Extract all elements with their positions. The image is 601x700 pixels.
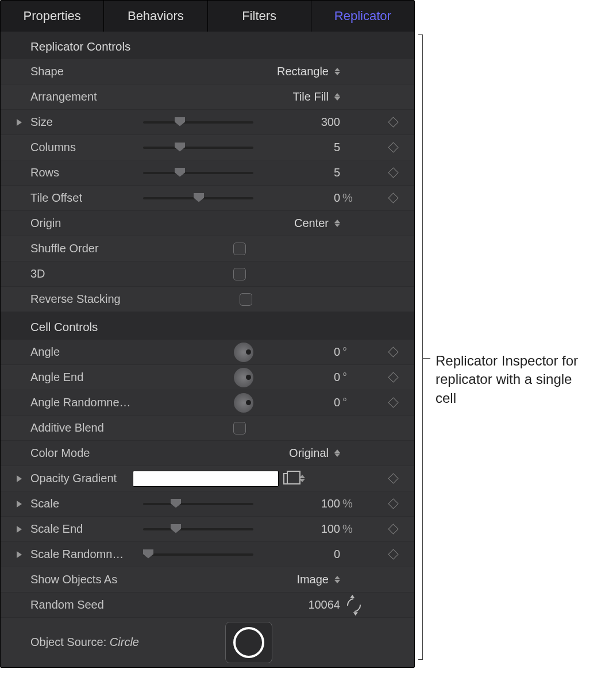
additive-checkbox[interactable] <box>233 422 246 434</box>
angle-rand-label: Angle Randomne… <box>30 396 133 409</box>
regenerate-icon[interactable] <box>344 595 364 615</box>
scale-rand-label: Scale Randomn… <box>30 548 133 561</box>
random-seed-value[interactable]: 10064 <box>308 598 340 611</box>
keyframe-icon[interactable] <box>388 549 398 559</box>
disclosure-icon[interactable] <box>17 551 22 558</box>
scale-end-slider[interactable] <box>143 528 253 530</box>
keyframe-icon[interactable] <box>388 524 398 534</box>
angle-rand-dial[interactable] <box>234 393 253 413</box>
angle-row: Angle 0 ° <box>1 340 414 365</box>
keyframe-icon[interactable] <box>388 473 398 483</box>
show-as-popup[interactable]: Image <box>296 573 340 586</box>
stepper-icon <box>334 220 340 227</box>
rows-value[interactable]: 5 <box>334 166 340 179</box>
stepper-icon <box>334 93 340 101</box>
disclosure-icon[interactable] <box>17 475 22 482</box>
tab-behaviors[interactable]: Behaviors <box>104 1 207 32</box>
inspector-panel: Properties Behaviors Filters Replicator … <box>0 0 415 668</box>
shuffle-checkbox[interactable] <box>233 243 246 255</box>
shuffle-label: Shuffle Order <box>30 242 133 255</box>
tile-offset-slider[interactable] <box>143 197 253 199</box>
keyframe-icon[interactable] <box>388 372 398 382</box>
origin-label: Origin <box>30 217 133 230</box>
scale-end-row: Scale End 100 % <box>1 517 414 542</box>
keyframe-icon[interactable] <box>388 117 398 127</box>
size-slider[interactable] <box>143 121 253 124</box>
angle-end-row: Angle End 0 ° <box>1 365 414 390</box>
tile-offset-value[interactable]: 0 <box>334 191 340 205</box>
angle-end-unit: ° <box>342 371 362 384</box>
columns-row: Columns 5 <box>1 135 414 160</box>
circle-icon <box>233 627 264 658</box>
rows-label: Rows <box>30 166 133 179</box>
cell-controls-header: Cell Controls <box>1 317 414 340</box>
disclosure-icon[interactable] <box>17 501 22 507</box>
tab-bar: Properties Behaviors Filters Replicator <box>1 1 414 32</box>
keyframe-icon[interactable] <box>388 167 398 178</box>
columns-value[interactable]: 5 <box>334 141 340 154</box>
keyframe-icon[interactable] <box>388 498 398 509</box>
size-label: Size <box>30 116 133 129</box>
stepper-icon <box>334 68 340 75</box>
arrangement-row: Arrangement Tile Fill <box>1 84 414 110</box>
scale-slider[interactable] <box>143 503 253 505</box>
angle-end-dial[interactable] <box>234 368 253 387</box>
angle-value[interactable]: 0 <box>334 345 340 359</box>
keyframe-icon[interactable] <box>388 347 398 357</box>
rows-slider[interactable] <box>143 172 253 174</box>
angle-end-value[interactable]: 0 <box>334 371 340 384</box>
columns-label: Columns <box>30 141 133 154</box>
angle-dial[interactable] <box>234 343 253 362</box>
keyframe-icon[interactable] <box>388 397 398 407</box>
opacity-gradient-swatch[interactable] <box>133 471 279 487</box>
keyframe-icon[interactable] <box>388 142 398 152</box>
color-mode-popup[interactable]: Original <box>289 447 340 460</box>
keyframe-icon[interactable] <box>388 193 398 203</box>
arrangement-label: Arrangement <box>30 90 133 103</box>
tab-replicator[interactable]: Replicator <box>311 1 414 32</box>
reverse-label: Reverse Stacking <box>30 293 145 306</box>
rows-row: Rows 5 <box>1 160 414 186</box>
scale-rand-slider[interactable] <box>143 553 253 556</box>
shape-row: Shape Rectangle <box>1 59 414 84</box>
show-as-label: Show Objects As <box>30 573 145 586</box>
tile-offset-label: Tile Offset <box>30 191 133 205</box>
tile-offset-unit: % <box>342 191 362 205</box>
disclosure-icon[interactable] <box>17 119 22 126</box>
random-seed-row: Random Seed 10064 <box>1 593 414 618</box>
shape-label: Shape <box>30 65 133 78</box>
show-as-row: Show Objects As Image <box>1 567 414 593</box>
threeD-checkbox[interactable] <box>233 268 246 280</box>
scale-end-value[interactable]: 100 <box>321 522 340 536</box>
reverse-checkbox[interactable] <box>240 293 252 306</box>
origin-row: Origin Center <box>1 211 414 236</box>
arrangement-popup[interactable]: Tile Fill <box>292 90 340 103</box>
preset-stack-icon <box>283 473 295 484</box>
scale-row: Scale 100 % <box>1 491 414 517</box>
angle-end-label: Angle End <box>30 371 133 384</box>
color-mode-row: Color Mode Original <box>1 441 414 466</box>
additive-label: Additive Blend <box>30 421 133 434</box>
opacity-gradient-row: Opacity Gradient <box>1 466 414 491</box>
shape-popup[interactable]: Rectangle <box>277 65 340 78</box>
angle-label: Angle <box>30 345 133 359</box>
scale-label: Scale <box>30 497 133 510</box>
gradient-preset-button[interactable] <box>283 473 305 484</box>
object-source-well[interactable] <box>225 622 272 663</box>
bracket-icon <box>418 34 423 660</box>
reverse-row: Reverse Stacking <box>1 287 414 312</box>
disclosure-icon[interactable] <box>17 526 22 533</box>
tab-filters[interactable]: Filters <box>208 1 311 32</box>
angle-rand-unit: ° <box>342 396 362 409</box>
columns-slider[interactable] <box>143 147 253 149</box>
scale-value[interactable]: 100 <box>321 497 340 510</box>
additive-row: Additive Blend <box>1 416 414 441</box>
origin-popup[interactable]: Center <box>294 217 340 230</box>
scale-rand-value[interactable]: 0 <box>334 548 340 561</box>
size-value[interactable]: 300 <box>321 116 340 129</box>
angle-rand-value[interactable]: 0 <box>334 396 340 409</box>
tab-properties[interactable]: Properties <box>1 1 104 32</box>
stepper-icon <box>334 576 340 583</box>
object-source-row: Object Source: Circle <box>1 618 414 667</box>
scale-unit: % <box>342 497 362 510</box>
